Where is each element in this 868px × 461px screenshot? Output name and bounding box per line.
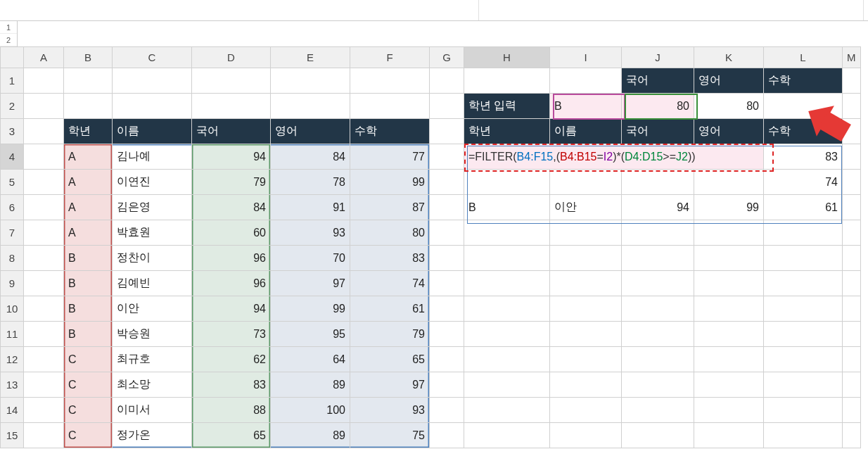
cell-C1[interactable] [113, 68, 192, 94]
cell-G3[interactable] [430, 119, 464, 144]
cell-H3[interactable]: 학년 [464, 119, 550, 144]
cell-A2[interactable] [24, 94, 64, 119]
cell-H5[interactable] [464, 170, 550, 195]
cell-L9[interactable] [764, 271, 843, 296]
cell-H2[interactable]: 학년 입력 [464, 94, 550, 119]
cell-C13[interactable]: 최소망 [113, 372, 192, 398]
cell-C11[interactable]: 박승원 [113, 322, 192, 347]
cell-A13[interactable] [24, 372, 64, 398]
cell-K6[interactable]: 99 [694, 195, 764, 220]
cell-I2[interactable]: B [550, 94, 622, 119]
cell-K14[interactable] [694, 398, 764, 423]
cell-M5[interactable] [843, 170, 861, 195]
row-header-2[interactable]: 2 [1, 94, 24, 119]
col-header-B[interactable]: B [64, 47, 113, 68]
cell-B2[interactable] [64, 94, 113, 119]
cell-A6[interactable] [24, 195, 64, 220]
cell-L11[interactable] [764, 322, 843, 347]
cell-F5[interactable]: 99 [350, 170, 430, 195]
formula-input[interactable] [478, 0, 864, 20]
col-header-D[interactable]: D [192, 47, 271, 68]
cell-C6[interactable]: 김은영 [113, 195, 192, 220]
cell-E9[interactable]: 97 [271, 271, 350, 296]
cell-M1[interactable] [843, 68, 861, 94]
cell-A7[interactable] [24, 220, 64, 246]
cell-G2[interactable] [430, 94, 464, 119]
cell-D7[interactable]: 60 [192, 220, 271, 246]
cell-H15[interactable] [464, 423, 550, 448]
cell-E2[interactable] [271, 94, 350, 119]
cell-J10[interactable] [622, 296, 694, 322]
cell-L8[interactable] [764, 246, 843, 271]
cell-E15[interactable]: 89 [271, 423, 350, 448]
cell-G1[interactable] [430, 68, 464, 94]
cell-F15[interactable]: 75 [350, 423, 430, 448]
cell-K12[interactable] [694, 347, 764, 372]
row-header-9[interactable]: 9 [1, 271, 24, 296]
cell-M8[interactable] [843, 246, 861, 271]
row-header-8[interactable]: 8 [1, 246, 24, 271]
cell-E13[interactable]: 89 [271, 372, 350, 398]
cell-F4[interactable]: 77 [350, 144, 430, 170]
cell-F11[interactable]: 79 [350, 322, 430, 347]
cell-I1[interactable] [550, 68, 622, 94]
cell-H7[interactable] [464, 220, 550, 246]
cell-M4[interactable] [843, 144, 861, 170]
col-header-G[interactable]: G [430, 47, 464, 68]
cell-B1[interactable] [64, 68, 113, 94]
cell-C14[interactable]: 이미서 [113, 398, 192, 423]
cell-B7[interactable]: A [64, 220, 113, 246]
cell-J5[interactable] [622, 170, 694, 195]
cell-E5[interactable]: 78 [271, 170, 350, 195]
cell-B12[interactable]: C [64, 347, 113, 372]
cell-M15[interactable] [843, 423, 861, 448]
row-header-3[interactable]: 3 [1, 119, 24, 144]
page-tab-1[interactable]: 1 [0, 21, 17, 34]
cell-H14[interactable] [464, 398, 550, 423]
cell-K7[interactable] [694, 220, 764, 246]
cell-L6[interactable]: 61 [764, 195, 843, 220]
cell-M6[interactable] [843, 195, 861, 220]
cell-A3[interactable] [24, 119, 64, 144]
cell-A10[interactable] [24, 296, 64, 322]
cell-J11[interactable] [622, 322, 694, 347]
cell-F12[interactable]: 65 [350, 347, 430, 372]
cell-F8[interactable]: 83 [350, 246, 430, 271]
cell-E1[interactable] [271, 68, 350, 94]
cell-A9[interactable] [24, 271, 64, 296]
cell-H9[interactable] [464, 271, 550, 296]
row-header-15[interactable]: 15 [1, 423, 24, 448]
cell-D6[interactable]: 84 [192, 195, 271, 220]
cell-C2[interactable] [113, 94, 192, 119]
cell-F7[interactable]: 80 [350, 220, 430, 246]
cell-I15[interactable] [550, 423, 622, 448]
cell-J1[interactable]: 국어 [622, 68, 694, 94]
cell-K13[interactable] [694, 372, 764, 398]
row-header-5[interactable]: 5 [1, 170, 24, 195]
col-header-F[interactable]: F [350, 47, 430, 68]
row-header-12[interactable]: 12 [1, 347, 24, 372]
row-header-4[interactable]: 4 [1, 144, 24, 170]
cell-C15[interactable]: 정가온 [113, 423, 192, 448]
col-header-J[interactable]: J [622, 47, 694, 68]
cell-D15[interactable]: 65 [192, 423, 271, 448]
cell-L4[interactable]: 83 [764, 144, 843, 170]
cell-H6[interactable]: B [464, 195, 550, 220]
cell-I6[interactable]: 이안 [550, 195, 622, 220]
cell-G10[interactable] [430, 296, 464, 322]
cell-E6[interactable]: 91 [271, 195, 350, 220]
cell-G4[interactable] [430, 144, 464, 170]
cell-M10[interactable] [843, 296, 861, 322]
cell-B9[interactable]: B [64, 271, 113, 296]
row-header-7[interactable]: 7 [1, 220, 24, 246]
cell-A4[interactable] [24, 144, 64, 170]
row-header-14[interactable]: 14 [1, 398, 24, 423]
cell-J15[interactable] [622, 423, 694, 448]
row-header-6[interactable]: 6 [1, 195, 24, 220]
row-header-10[interactable]: 10 [1, 296, 24, 322]
cell-G12[interactable] [430, 347, 464, 372]
cell-K9[interactable] [694, 271, 764, 296]
cell-G6[interactable] [430, 195, 464, 220]
cell-B8[interactable]: B [64, 246, 113, 271]
cell-A8[interactable] [24, 246, 64, 271]
